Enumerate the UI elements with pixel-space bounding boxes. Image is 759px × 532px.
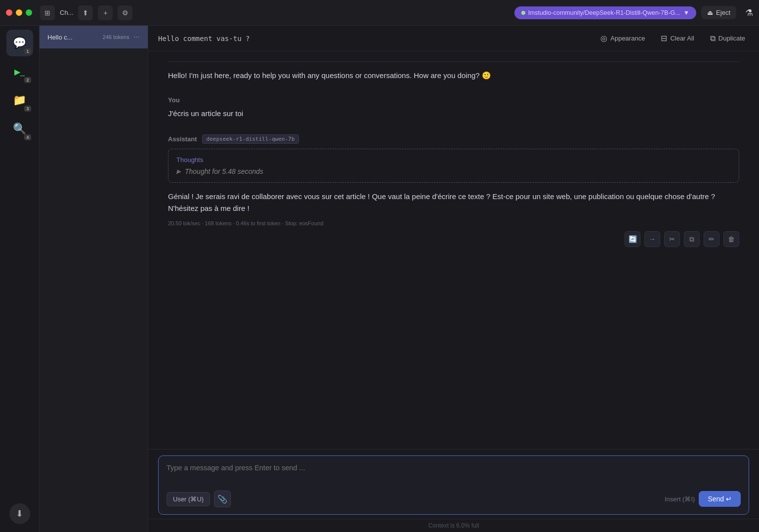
context-text: Context is 6.0% full [428, 522, 479, 529]
clear-all-icon: ⊟ [661, 34, 667, 43]
settings-icon[interactable]: ⚙ [118, 5, 132, 20]
titlebar: ⊞ Ch... ⬆ + ⚙ lmstudio-community/DeepSee… [0, 0, 759, 26]
appearance-label: Appearance [610, 35, 645, 42]
sidebar: 💬 1 ▶_ 2 📁 3 🔍 4 ⬇ [0, 26, 40, 532]
sidebar-badge-chat: 1 [24, 48, 31, 54]
appearance-button[interactable]: ◎ Appearance [596, 32, 649, 45]
search-icon: 🔍 [13, 123, 26, 135]
close-button[interactable] [6, 9, 12, 16]
science-icon: ⚗ [745, 7, 753, 18]
terminal-icon: ▶_ [14, 67, 25, 77]
input-box: User (⌘U) 📎 Insert (⌘I) Send ↵ [158, 455, 749, 515]
new-tab-button[interactable]: + [98, 5, 113, 20]
insert-label: Insert (⌘I) [665, 495, 695, 503]
chat-list-item[interactable]: Hello c... 246 tokens ··· [40, 26, 148, 48]
sidebar-badge-search: 4 [24, 134, 31, 140]
copy-icon: ⧉ [689, 235, 694, 244]
chat-item-title: Hello c... [47, 34, 99, 41]
regenerate-button[interactable]: 🔄 [625, 231, 640, 247]
model-tag: deepseek-r1-distill-qwen-7b [202, 134, 299, 144]
edit-button[interactable]: ✏ [704, 231, 719, 247]
role-selector-button[interactable]: User (⌘U) [167, 492, 210, 506]
delete-icon: 🗑 [728, 235, 735, 243]
separator [168, 61, 739, 62]
input-area: User (⌘U) 📎 Insert (⌘I) Send ↵ [148, 449, 759, 519]
assistant-label: Assistant deepseek-r1-distill-qwen-7b [168, 134, 739, 144]
insert-button[interactable]: Insert (⌘I) [665, 495, 695, 503]
sidebar-badge-folder: 3 [24, 106, 31, 112]
chat-icon: 💬 [13, 37, 26, 49]
message-stats: 20.50 tok/sec · 168 tokens · 0.46s to fi… [168, 220, 739, 226]
thoughts-header: Thoughts [176, 156, 731, 164]
download-icon: ⬇ [16, 508, 23, 519]
thoughts-content[interactable]: ▶ Thought for 5.48 seconds [176, 167, 731, 175]
message-block-assistant-2: Assistant deepseek-r1-distill-qwen-7b Th… [168, 134, 739, 247]
chat-header: Hello comment vas-tu ? ◎ Appearance ⊟ Cl… [148, 26, 759, 51]
sidebar-item-folder[interactable]: 📁 3 [6, 87, 33, 114]
chat-item-menu-icon[interactable]: ··· [133, 33, 140, 41]
appearance-icon: ◎ [600, 34, 607, 43]
sidebar-toggle-icon[interactable]: ⊞ [40, 5, 55, 20]
model-selector[interactable]: lmstudio-community/DeepSeek-R1-Distill-Q… [514, 6, 696, 19]
edit-icon: ✏ [709, 235, 715, 243]
context-bar: Context is 6.0% full [148, 519, 759, 532]
chat-title: Hello comment vas-tu ? [158, 35, 589, 42]
thoughts-box: Thoughts ▶ Thought for 5.48 seconds [168, 149, 739, 183]
branch-button[interactable]: ✂ [664, 231, 680, 247]
attach-button[interactable]: 📎 [214, 491, 231, 507]
chat-panel: Hello c... 246 tokens ··· [40, 26, 148, 532]
message-content-assistant-2: Génial ! Je serais ravi de collaborer av… [168, 191, 739, 214]
copy-button[interactable]: ⧉ [684, 231, 700, 247]
input-footer: User (⌘U) 📎 Insert (⌘I) Send ↵ [167, 491, 741, 507]
role-label: User (⌘U) [173, 495, 204, 503]
message-content-1: Hello! I'm just here, ready to help you … [168, 70, 739, 82]
eject-label: Eject [716, 9, 730, 16]
download-button[interactable]: ⬇ [9, 503, 30, 524]
traffic-lights [6, 9, 32, 16]
send-label: Send ↵ [708, 495, 732, 503]
messages-area[interactable]: Hello! I'm just here, ready to help you … [148, 51, 759, 449]
chat-item-tokens: 246 tokens [103, 34, 129, 40]
chevron-right-icon: ▶ [176, 168, 181, 175]
sidebar-bottom: ⬇ [9, 503, 30, 524]
main-layout: 💬 1 ▶_ 2 📁 3 🔍 4 ⬇ Hello c... 246 tokens… [0, 26, 759, 532]
continue-icon: → [649, 235, 656, 243]
duplicate-label: Duplicate [718, 35, 745, 42]
model-status-dot [521, 11, 525, 15]
chevron-down-icon: ▼ [683, 9, 689, 16]
message-sender-you: You [168, 96, 739, 104]
message-content-user: J'écris un article sur toi [168, 108, 739, 120]
delete-button[interactable]: 🗑 [723, 231, 739, 247]
thoughts-text: Thought for 5.48 seconds [185, 167, 263, 175]
regenerate-icon: 🔄 [629, 235, 637, 243]
branch-icon: ✂ [669, 235, 675, 243]
duplicate-icon: ⧉ [710, 34, 716, 43]
folder-icon: 📁 [13, 94, 26, 107]
clear-all-button[interactable]: ⊟ Clear All [657, 32, 698, 45]
eject-icon: ⏏ [707, 9, 713, 16]
send-button[interactable]: Send ↵ [699, 491, 741, 507]
minimize-button[interactable] [16, 9, 22, 16]
maximize-button[interactable] [26, 9, 32, 16]
model-name: lmstudio-community/DeepSeek-R1-Distill-Q… [528, 9, 680, 16]
attach-icon: 📎 [217, 494, 227, 504]
message-block-assistant-1: Hello! I'm just here, ready to help you … [168, 61, 739, 82]
message-block-user: You J'écris un article sur toi [168, 96, 739, 120]
message-input[interactable] [167, 463, 741, 486]
sidebar-item-chat[interactable]: 💬 1 [6, 30, 33, 56]
clear-all-label: Clear All [670, 35, 694, 42]
sidebar-item-terminal[interactable]: ▶_ 2 [6, 58, 33, 85]
window-title: Ch... [60, 9, 73, 16]
share-icon[interactable]: ⬆ [78, 5, 93, 20]
chat-main: Hello comment vas-tu ? ◎ Appearance ⊟ Cl… [148, 26, 759, 532]
duplicate-button[interactable]: ⧉ Duplicate [706, 32, 749, 45]
assistant-sender-label: Assistant [168, 135, 197, 143]
sidebar-badge-terminal: 2 [24, 77, 31, 83]
eject-button[interactable]: ⏏ Eject [701, 6, 736, 19]
continue-button[interactable]: → [644, 231, 660, 247]
message-actions: 🔄 → ✂ ⧉ ✏ 🗑 [168, 231, 739, 247]
sidebar-item-search[interactable]: 🔍 4 [6, 116, 33, 142]
